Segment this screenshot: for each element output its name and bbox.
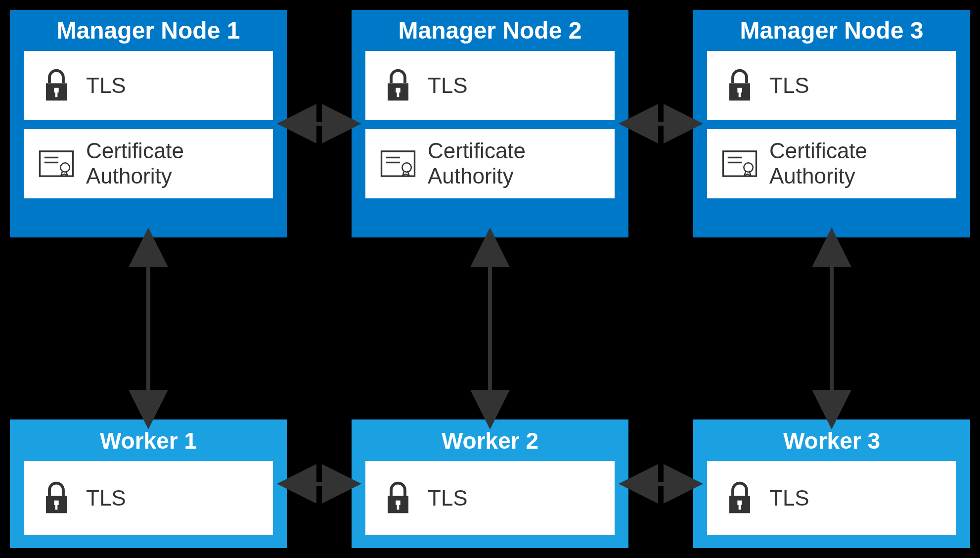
tls-card-3: TLS: [707, 51, 956, 120]
tls-card-2: TLS: [365, 51, 615, 120]
lock-icon: [380, 480, 416, 516]
tls-label-2: TLS: [428, 73, 468, 98]
ca-card-2: Certificate Authority: [365, 129, 615, 198]
svg-rect-16: [739, 92, 741, 97]
worker-tls-card-1: TLS: [24, 461, 273, 535]
tls-card-1: TLS: [24, 51, 273, 120]
manager-title-2: Manager Node 2: [352, 10, 628, 51]
tls-label-3: TLS: [769, 73, 809, 98]
worker-node-2: Worker 2 TLS: [352, 419, 628, 548]
worker-tls-card-2: TLS: [365, 461, 615, 535]
ca-label-2: Certificate Authority: [428, 139, 615, 188]
manager-node-3: Manager Node 3 TLS Certificate Authority: [693, 10, 970, 237]
svg-rect-26: [397, 504, 400, 510]
certificate-icon: [39, 146, 74, 182]
worker-tls-label-1: TLS: [86, 486, 126, 511]
lock-icon: [722, 68, 757, 103]
svg-rect-29: [739, 504, 741, 510]
lock-icon: [39, 480, 74, 516]
worker-title-3: Worker 3: [693, 419, 970, 461]
lock-icon: [39, 68, 74, 103]
svg-point-13: [402, 163, 411, 172]
certificate-icon: [380, 146, 416, 182]
worker-tls-label-3: TLS: [769, 486, 809, 511]
worker-title-1: Worker 1: [10, 419, 287, 461]
worker-node-3: Worker 3 TLS: [693, 419, 970, 548]
worker-tls-card-3: TLS: [707, 461, 956, 535]
worker-tls-label-2: TLS: [428, 486, 468, 511]
ca-label-3: Certificate Authority: [769, 139, 956, 188]
svg-rect-23: [55, 504, 58, 510]
manager-title-3: Manager Node 3: [693, 10, 970, 51]
ca-card-3: Certificate Authority: [707, 129, 956, 198]
manager-node-1: Manager Node 1 TLS Certificate Authority: [10, 10, 287, 237]
svg-rect-9: [397, 92, 400, 97]
worker-title-2: Worker 2: [352, 419, 628, 461]
certificate-icon: [722, 146, 757, 182]
svg-point-20: [744, 163, 753, 172]
manager-title-1: Manager Node 1: [10, 10, 287, 51]
ca-label-1: Certificate Authority: [86, 139, 273, 188]
tls-label-1: TLS: [86, 73, 126, 98]
lock-icon: [722, 480, 757, 516]
lock-icon: [380, 68, 416, 103]
manager-node-2: Manager Node 2 TLS Certificate Authority: [352, 10, 628, 237]
svg-point-6: [60, 163, 69, 172]
ca-card-1: Certificate Authority: [24, 129, 273, 198]
svg-rect-2: [55, 92, 58, 97]
worker-node-1: Worker 1 TLS: [10, 419, 287, 548]
